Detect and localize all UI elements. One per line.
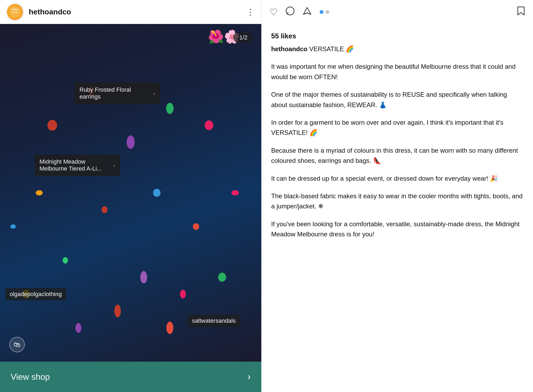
caption-para-6: The black-based fabric makes it easy to … xyxy=(271,191,523,212)
likes-count: 55 likes xyxy=(271,32,523,40)
share-icon[interactable] xyxy=(303,6,312,18)
avatar-image: Hetho & Co. xyxy=(7,4,23,20)
bookmark-icon[interactable] xyxy=(517,6,525,18)
caption-para-2: One of the major themes of sustainabilit… xyxy=(271,90,523,110)
left-panel: Hetho & Co. hethoandco ⋮ 🌺🌸 1/2 Ruby Fro… xyxy=(0,0,262,392)
view-shop-chevron: › xyxy=(247,371,251,382)
slide-indicators xyxy=(320,10,329,14)
action-icons-group: ♡ xyxy=(270,6,517,18)
tag-olgade[interactable]: olgadepolgaclothing xyxy=(5,288,66,300)
product-tag-ruby[interactable]: Ruby Frosted Floral earrings › xyxy=(75,83,160,104)
tag-saltwater[interactable]: saltwatersandals xyxy=(188,315,240,327)
caption-para-1: It was important for me when designing t… xyxy=(271,62,523,82)
more-options-icon[interactable]: ⋮ xyxy=(246,7,255,17)
dot-2 xyxy=(326,10,329,14)
image-counter: 1/2 xyxy=(233,32,253,43)
caption-para-7: If you've been looking for a comfortable… xyxy=(271,219,523,240)
view-shop-bar[interactable]: View shop › xyxy=(0,362,261,392)
comment-icon[interactable] xyxy=(286,6,295,18)
product-tag-ruby-chevron: › xyxy=(153,90,155,96)
dress-image: 🌺🌸 1/2 Ruby Frosted Floral earrings › Mi… xyxy=(0,24,261,362)
svg-text:Hetho: Hetho xyxy=(11,8,18,11)
caption-para-4: Because there is a myriad of colours in … xyxy=(271,146,523,166)
view-shop-label: View shop xyxy=(11,372,50,382)
right-panel: ♡ 55 likes xyxy=(262,0,533,392)
caption-intro: hethoandco VERSATILE 🌈 xyxy=(271,44,523,54)
like-icon[interactable]: ♡ xyxy=(270,7,278,17)
product-tag-midnight[interactable]: Midnight Meadow Melbourne Tiered A-Li...… xyxy=(35,155,120,176)
product-tag-ruby-label: Ruby Frosted Floral earrings xyxy=(79,86,151,100)
shop-bag-icon[interactable]: 🛍 xyxy=(9,337,25,352)
dot-1 xyxy=(320,10,323,14)
username-header[interactable]: hethoandco xyxy=(29,8,246,16)
content-area: 55 likes hethoandco VERSATILE 🌈 It was i… xyxy=(262,24,533,392)
caption: hethoandco VERSATILE 🌈 It was important … xyxy=(271,44,523,239)
product-tag-midnight-chevron: › xyxy=(113,162,115,168)
avatar[interactable]: Hetho & Co. xyxy=(6,3,24,21)
post-header: Hetho & Co. hethoandco ⋮ xyxy=(0,0,261,24)
product-tag-midnight-label: Midnight Meadow Melbourne Tiered A-Li... xyxy=(39,158,111,172)
caption-para-5: It can be dressed up for a special event… xyxy=(271,173,523,184)
svg-text:& Co.: & Co. xyxy=(12,11,18,14)
action-bar: ♡ xyxy=(262,0,533,24)
caption-username[interactable]: hethoandco xyxy=(271,45,307,52)
caption-para-3: In order for a garment to be worn over a… xyxy=(271,118,523,138)
post-image-area: 🌺🌸 1/2 Ruby Frosted Floral earrings › Mi… xyxy=(0,24,261,362)
